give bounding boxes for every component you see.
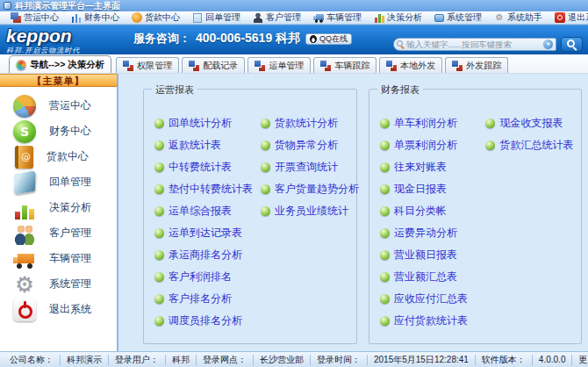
report-link[interactable]: 货款汇总统计表 (485, 138, 576, 153)
green-orb-icon (261, 206, 270, 216)
sidebar-item[interactable]: S 财务中心 (13, 119, 117, 144)
search-input[interactable] (406, 39, 541, 50)
menu-item[interactable]: 客户管理 (247, 11, 307, 24)
sidebar-item-list: 营运中心 S 财务中心 @ 货款中心 回单管理 决策分析 客户管理 (0, 87, 117, 322)
sidebar-item-icon: @ (15, 146, 33, 169)
sidebar-icon-glyph (13, 197, 36, 219)
report-link[interactable]: 往来对账表 (380, 160, 485, 175)
report-link[interactable]: 科目分类帐 (380, 204, 485, 219)
sidebar-item[interactable]: 回单管理 (13, 169, 117, 195)
menu-item[interactable]: 营运中心 (4, 11, 65, 24)
menu-bar: 营运中心 财务中心 货款中心 回单管理 客户管理 车辆管理 决策分析 系统管理 … (0, 11, 588, 25)
green-orb-icon (380, 162, 390, 172)
report-link[interactable]: 运单综合报表 (154, 204, 261, 219)
sidebar-item[interactable]: 退出系统 (13, 297, 117, 322)
green-orb-icon (261, 140, 270, 150)
report-link[interactable]: 运费异动分析 (380, 226, 485, 241)
status-segment-text: 登录时间： (317, 355, 361, 364)
logo-wrap: keppon 科邦.开启云物流时代 (6, 26, 80, 55)
menu-item[interactable]: 系统管理 (428, 11, 488, 24)
sidebar-item[interactable]: 车辆管理 (13, 246, 117, 271)
sidebar-item[interactable]: ⚙ 系统管理 (13, 271, 117, 297)
report-link[interactable]: 应付货款统计表 (380, 313, 485, 328)
menu-item[interactable]: ⚙ 系统助手 (488, 11, 549, 24)
menu-item[interactable]: 车辆管理 (307, 11, 368, 24)
report-area: 运营报表 回单统计分析 返款统计表 中转费统计表 (118, 74, 588, 351)
report-link-label: 往来对账表 (394, 160, 447, 175)
tab-nav-decision-analysis[interactable]: 导航-->> 决策分析 (9, 55, 111, 73)
menu-item[interactable]: 回单管理 (186, 11, 247, 24)
report-link[interactable]: 客户排名分析 (154, 291, 261, 306)
report-link[interactable]: 承运商排名分析 (154, 248, 261, 263)
body: 【主菜单】 营运中心 S 财务中心 @ 货款中心 回单管理 决策分析 (0, 74, 588, 351)
status-segment-text: 软件版本： (482, 355, 526, 364)
report-link[interactable]: 单票利润分析 (380, 138, 485, 153)
menu-item-icon (313, 12, 324, 23)
status-segment-text: 更新序号： (578, 355, 588, 364)
report-link[interactable]: 现金收支报表 (485, 116, 576, 131)
menu-item-icon (193, 13, 202, 23)
report-link[interactable]: 货物异常分析 (261, 138, 351, 153)
report-link[interactable]: 开票查询统计 (261, 160, 351, 175)
tab-label: 运单管理 (269, 60, 304, 72)
green-orb-icon (380, 184, 390, 194)
green-orb-icon (485, 140, 495, 150)
green-orb-icon (154, 119, 164, 128)
sidebar-icon-glyph (13, 222, 36, 245)
report-link[interactable]: 运单到达记录表 (154, 226, 261, 241)
report-link[interactable]: 客户货量趋势分析 (261, 182, 351, 197)
report-link[interactable]: 货款统计分析 (261, 116, 351, 131)
menu-item[interactable]: 退出系统 (549, 11, 588, 24)
report-link-label: 调度员排名分析 (169, 313, 242, 328)
report-link[interactable]: 业务员业绩统计 (261, 204, 351, 219)
report-link[interactable]: 调度员排名分析 (154, 313, 261, 328)
menu-item[interactable]: 决策分析 (368, 11, 428, 24)
magnifier-icon (567, 40, 577, 49)
green-orb-icon (154, 162, 164, 172)
report-link[interactable]: 返款统计表 (154, 138, 261, 153)
report-link[interactable]: 现金日报表 (380, 182, 485, 197)
sidebar-item[interactable]: @ 货款中心 (13, 144, 117, 169)
menu-item-label: 系统管理 (447, 11, 482, 24)
status-segment-text: 科邦演示 (67, 355, 102, 364)
report-link[interactable]: 中转费统计表 (154, 160, 261, 175)
report-link[interactable]: 营业额汇总表 (380, 270, 485, 284)
service-label: 服务咨询： (133, 31, 190, 47)
menu-item[interactable]: 财务中心 (65, 11, 125, 24)
tab-item[interactable]: 运单管理 (247, 57, 311, 73)
report-link-label: 单票利润分析 (394, 138, 457, 153)
tab-pages-icon (386, 61, 397, 71)
menu-icon-glyph: ⚙ (494, 12, 505, 23)
tab-item[interactable]: 外发跟踪 (445, 57, 508, 73)
green-orb-icon (380, 250, 390, 260)
report-link-label: 营业额汇总表 (394, 270, 457, 284)
search-dropdown-button[interactable] (543, 40, 553, 49)
report-link[interactable]: 回单统计分析 (154, 116, 261, 131)
report-link[interactable]: 垫付中转费统计表 (154, 182, 261, 197)
report-link[interactable]: 客户利润排名 (154, 270, 261, 284)
search-area (393, 37, 583, 52)
sidebar-item-icon: S (13, 120, 36, 143)
sidebar-item[interactable]: 决策分析 (13, 195, 117, 220)
status-segment: 登录网点： (197, 355, 254, 365)
sidebar-item-icon (13, 170, 35, 195)
report-link[interactable]: 单车利润分析 (380, 116, 485, 131)
menu-item[interactable]: 货款中心 (125, 11, 186, 24)
qq-online-badge[interactable]: QQ在线 (305, 33, 352, 45)
report-link[interactable]: 营业额日报表 (380, 248, 485, 263)
search-button[interactable] (561, 37, 583, 52)
report-link-label: 返款统计表 (169, 138, 221, 153)
sidebar-icon-glyph: ⚙ (13, 273, 36, 296)
menu-icon-glyph (71, 12, 82, 23)
tab-item[interactable]: 本地外发 (379, 57, 442, 73)
report-link-label: 营业额日报表 (394, 248, 457, 263)
tab-item[interactable]: 权限管理 (116, 57, 179, 73)
tab-item[interactable]: 配载记录 (182, 57, 245, 73)
report-link[interactable]: 应收应付汇总表 (380, 291, 485, 306)
sidebar-item[interactable]: 客户管理 (13, 220, 117, 246)
qq-online-label: QQ在线 (319, 33, 348, 45)
tab-item[interactable]: 车辆跟踪 (313, 57, 376, 73)
sidebar-item-label: 决策分析 (49, 200, 91, 215)
app-window: 科邦演示管理平台—主界面 营运中心 财务中心 货款中心 回单管理 客户管理 车辆… (0, 0, 588, 367)
sidebar-item[interactable]: 营运中心 (13, 93, 117, 119)
